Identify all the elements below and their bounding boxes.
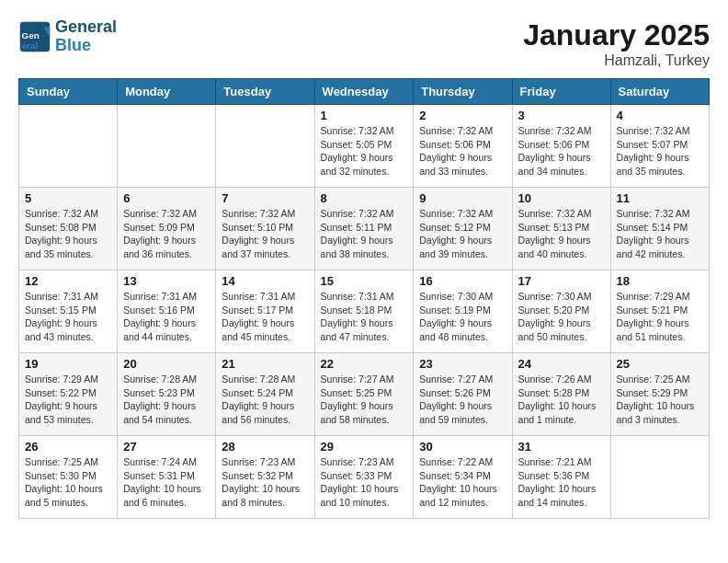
day-info: Sunrise: 7:32 AM Sunset: 5:06 PM Dayligh…	[518, 124, 605, 178]
calendar-week-3: 12Sunrise: 7:31 AM Sunset: 5:15 PM Dayli…	[19, 270, 710, 353]
calendar-week-1: 1Sunrise: 7:32 AM Sunset: 5:05 PM Daylig…	[19, 105, 710, 188]
calendar-cell: 8Sunrise: 7:32 AM Sunset: 5:11 PM Daylig…	[314, 188, 414, 270]
day-info: Sunrise: 7:32 AM Sunset: 5:12 PM Dayligh…	[419, 207, 506, 261]
calendar-cell: 22Sunrise: 7:27 AM Sunset: 5:25 PM Dayli…	[314, 353, 414, 436]
calendar-cell: 5Sunrise: 7:32 AM Sunset: 5:08 PM Daylig…	[19, 188, 118, 270]
weekday-header-thursday: Thursday	[414, 79, 512, 105]
day-number: 18	[617, 274, 703, 288]
day-number: 20	[123, 357, 210, 371]
calendar-cell: 7Sunrise: 7:32 AM Sunset: 5:10 PM Daylig…	[216, 188, 314, 270]
day-number: 13	[123, 274, 210, 288]
calendar-cell: 18Sunrise: 7:29 AM Sunset: 5:21 PM Dayli…	[610, 270, 709, 353]
calendar-cell: 15Sunrise: 7:31 AM Sunset: 5:18 PM Dayli…	[314, 270, 414, 353]
day-number: 24	[518, 357, 605, 371]
calendar-cell: 6Sunrise: 7:32 AM Sunset: 5:09 PM Daylig…	[118, 188, 216, 270]
day-number: 25	[617, 357, 703, 371]
day-number: 16	[419, 274, 506, 288]
calendar-cell: 12Sunrise: 7:31 AM Sunset: 5:15 PM Dayli…	[19, 270, 118, 353]
day-number: 27	[123, 440, 210, 454]
day-info: Sunrise: 7:32 AM Sunset: 5:11 PM Dayligh…	[321, 207, 408, 261]
day-info: Sunrise: 7:32 AM Sunset: 5:10 PM Dayligh…	[222, 207, 308, 261]
calendar-week-2: 5Sunrise: 7:32 AM Sunset: 5:08 PM Daylig…	[19, 188, 710, 270]
day-number: 30	[419, 440, 506, 454]
day-number: 29	[321, 440, 408, 454]
logo: Gen eral General Blue	[18, 18, 117, 55]
weekday-header-friday: Friday	[512, 79, 610, 105]
calendar-cell: 31Sunrise: 7:21 AM Sunset: 5:36 PM Dayli…	[512, 436, 610, 519]
day-number: 11	[617, 191, 703, 205]
calendar-cell: 20Sunrise: 7:28 AM Sunset: 5:23 PM Dayli…	[118, 353, 216, 436]
day-info: Sunrise: 7:31 AM Sunset: 5:16 PM Dayligh…	[123, 290, 210, 344]
logo-icon: Gen eral	[18, 20, 51, 53]
day-number: 26	[25, 440, 111, 454]
calendar-cell: 24Sunrise: 7:26 AM Sunset: 5:28 PM Dayli…	[512, 353, 610, 436]
calendar-cell: 17Sunrise: 7:30 AM Sunset: 5:20 PM Dayli…	[512, 270, 610, 353]
calendar-cell: 14Sunrise: 7:31 AM Sunset: 5:17 PM Dayli…	[216, 270, 314, 353]
weekday-header-tuesday: Tuesday	[216, 79, 314, 105]
day-number: 5	[25, 191, 111, 205]
calendar-cell: 28Sunrise: 7:23 AM Sunset: 5:32 PM Dayli…	[216, 436, 314, 519]
calendar-cell: 26Sunrise: 7:25 AM Sunset: 5:30 PM Dayli…	[19, 436, 118, 519]
day-number: 3	[518, 109, 605, 122]
logo-text: General Blue	[55, 18, 117, 55]
calendar-cell: 13Sunrise: 7:31 AM Sunset: 5:16 PM Dayli…	[118, 270, 216, 353]
day-info: Sunrise: 7:29 AM Sunset: 5:22 PM Dayligh…	[25, 373, 111, 427]
day-info: Sunrise: 7:22 AM Sunset: 5:34 PM Dayligh…	[419, 455, 506, 510]
day-info: Sunrise: 7:32 AM Sunset: 5:07 PM Dayligh…	[617, 124, 703, 178]
calendar-cell: 9Sunrise: 7:32 AM Sunset: 5:12 PM Daylig…	[414, 188, 512, 270]
calendar-cell: 27Sunrise: 7:24 AM Sunset: 5:31 PM Dayli…	[118, 436, 216, 519]
day-number: 1	[321, 109, 408, 122]
calendar-week-4: 19Sunrise: 7:29 AM Sunset: 5:22 PM Dayli…	[19, 353, 710, 436]
calendar-cell	[610, 436, 709, 519]
weekday-header-row: SundayMondayTuesdayWednesdayThursdayFrid…	[19, 79, 710, 105]
day-info: Sunrise: 7:31 AM Sunset: 5:18 PM Dayligh…	[321, 290, 408, 344]
calendar-week-5: 26Sunrise: 7:25 AM Sunset: 5:30 PM Dayli…	[19, 436, 710, 519]
day-info: Sunrise: 7:21 AM Sunset: 5:36 PM Dayligh…	[518, 455, 605, 510]
calendar-cell: 10Sunrise: 7:32 AM Sunset: 5:13 PM Dayli…	[512, 188, 610, 270]
day-number: 4	[617, 109, 703, 122]
day-info: Sunrise: 7:30 AM Sunset: 5:20 PM Dayligh…	[518, 290, 605, 344]
day-info: Sunrise: 7:30 AM Sunset: 5:19 PM Dayligh…	[419, 290, 506, 344]
day-number: 21	[222, 357, 308, 371]
day-info: Sunrise: 7:31 AM Sunset: 5:17 PM Dayligh…	[222, 290, 308, 344]
day-number: 28	[222, 440, 308, 454]
day-info: Sunrise: 7:32 AM Sunset: 5:09 PM Dayligh…	[123, 207, 210, 261]
day-number: 9	[419, 191, 506, 205]
day-info: Sunrise: 7:29 AM Sunset: 5:21 PM Dayligh…	[617, 290, 703, 344]
month-year: January 2025	[523, 18, 710, 52]
calendar-cell: 16Sunrise: 7:30 AM Sunset: 5:19 PM Dayli…	[414, 270, 512, 353]
day-info: Sunrise: 7:26 AM Sunset: 5:28 PM Dayligh…	[518, 373, 605, 427]
day-info: Sunrise: 7:32 AM Sunset: 5:14 PM Dayligh…	[617, 207, 703, 261]
calendar-cell	[19, 105, 118, 188]
day-number: 17	[518, 274, 605, 288]
day-number: 19	[25, 357, 111, 371]
day-info: Sunrise: 7:28 AM Sunset: 5:24 PM Dayligh…	[222, 373, 308, 427]
calendar-cell: 2Sunrise: 7:32 AM Sunset: 5:06 PM Daylig…	[414, 105, 512, 188]
calendar-cell: 4Sunrise: 7:32 AM Sunset: 5:07 PM Daylig…	[610, 105, 709, 188]
day-info: Sunrise: 7:32 AM Sunset: 5:13 PM Dayligh…	[518, 207, 605, 261]
day-info: Sunrise: 7:25 AM Sunset: 5:30 PM Dayligh…	[25, 455, 111, 510]
day-number: 31	[518, 440, 605, 454]
calendar-cell: 23Sunrise: 7:27 AM Sunset: 5:26 PM Dayli…	[414, 353, 512, 436]
svg-text:eral: eral	[22, 40, 39, 50]
day-number: 22	[321, 357, 408, 371]
calendar-cell	[118, 105, 216, 188]
calendar-table: SundayMondayTuesdayWednesdayThursdayFrid…	[18, 78, 710, 519]
calendar-cell: 19Sunrise: 7:29 AM Sunset: 5:22 PM Dayli…	[19, 353, 118, 436]
day-info: Sunrise: 7:27 AM Sunset: 5:25 PM Dayligh…	[321, 373, 408, 427]
day-number: 23	[419, 357, 506, 371]
day-info: Sunrise: 7:32 AM Sunset: 5:08 PM Dayligh…	[25, 207, 111, 261]
calendar-cell	[216, 105, 314, 188]
day-number: 2	[419, 109, 506, 122]
weekday-header-monday: Monday	[118, 79, 216, 105]
calendar-cell: 1Sunrise: 7:32 AM Sunset: 5:05 PM Daylig…	[314, 105, 414, 188]
calendar-cell: 29Sunrise: 7:23 AM Sunset: 5:33 PM Dayli…	[314, 436, 414, 519]
day-info: Sunrise: 7:25 AM Sunset: 5:29 PM Dayligh…	[617, 373, 703, 427]
day-number: 15	[321, 274, 408, 288]
page-header: Gen eral General Blue January 2025 Hamza…	[18, 18, 710, 69]
day-number: 14	[222, 274, 308, 288]
day-info: Sunrise: 7:31 AM Sunset: 5:15 PM Dayligh…	[25, 290, 111, 344]
calendar-cell: 30Sunrise: 7:22 AM Sunset: 5:34 PM Dayli…	[414, 436, 512, 519]
day-info: Sunrise: 7:32 AM Sunset: 5:06 PM Dayligh…	[419, 124, 506, 178]
day-number: 6	[123, 191, 210, 205]
